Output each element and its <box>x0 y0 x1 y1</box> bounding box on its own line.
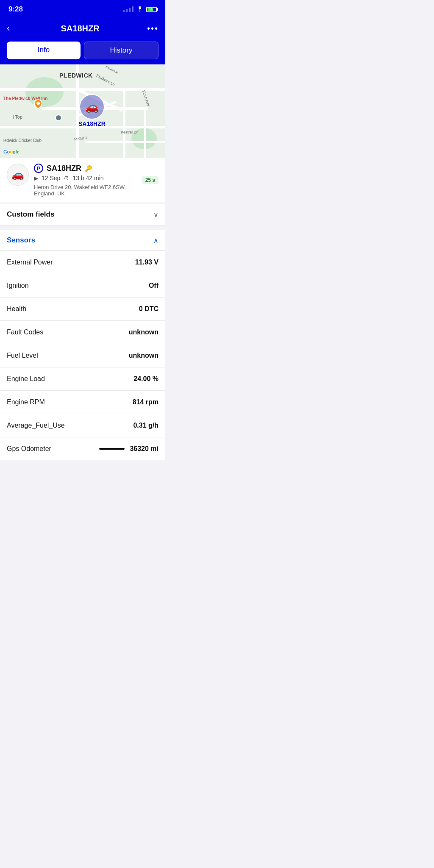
map-road-label-pledwick2: Pledwick <box>105 65 119 75</box>
map-cricket-label: ledwick Cricket Club <box>3 138 42 143</box>
sensor-row-avg-fuel: Average_Fuel_Use 0.31 g/h <box>0 414 165 437</box>
sensor-label-ignition: Ignition <box>7 282 29 289</box>
tab-info[interactable]: Info <box>7 42 81 59</box>
sensors-title: Sensors <box>7 236 35 245</box>
vehicle-avatar: 🚗 <box>7 164 29 186</box>
status-icons: ⚡ <box>123 6 157 13</box>
signal-icon <box>123 6 134 12</box>
sensors-chevron: ∧ <box>153 236 159 245</box>
odometer-right: 36320 mi <box>99 445 159 453</box>
map-green-area <box>25 77 64 107</box>
battery-icon: ⚡ <box>146 7 157 12</box>
key-icon: 🔑 <box>85 165 92 172</box>
sensor-label-external-power: External Power <box>7 259 53 266</box>
sensor-row-engine-load: Engine Load 24.00 % <box>0 367 165 391</box>
vehicle-card: 🚗 P SA18HZR 🔑 ▶ 12 Sep ⏱ 13 h 42 min Her… <box>0 158 165 203</box>
sensor-row-engine-rpm: Engine RPM 814 rpm <box>0 391 165 414</box>
sensor-row-ignition: Ignition Off <box>0 274 165 298</box>
more-button[interactable]: ••• <box>147 24 159 33</box>
vehicle-meta: ▶ 12 Sep ⏱ 13 h 42 min <box>34 175 137 181</box>
sensor-row-external-power: External Power 11.93 V <box>0 251 165 274</box>
sensor-label-fuel-level: Fuel Level <box>7 352 38 359</box>
tab-bar: Info History <box>0 42 165 64</box>
duration-badge: 25 s <box>142 176 159 184</box>
vehicle-name-row: P SA18HZR 🔑 <box>34 164 137 173</box>
google-logo: Google <box>3 149 19 154</box>
back-button[interactable]: ‹ <box>7 21 13 36</box>
map-road-v <box>144 107 146 158</box>
spacer <box>0 226 165 230</box>
custom-fields-title: Custom fields <box>7 210 54 219</box>
map-road-label-pledwick: Pledwick Ln <box>95 73 115 86</box>
sensor-label-odometer: Gps Odometer <box>7 445 51 453</box>
map-place-name: PLEDWICK <box>59 72 93 79</box>
sensor-row-odometer: Gps Odometer 36320 mi <box>0 437 165 460</box>
custom-fields-chevron: ∨ <box>153 211 159 219</box>
sensor-row-fault-codes: Fault Codes unknown <box>0 321 165 344</box>
sensor-label-avg-fuel: Average_Fuel_Use <box>7 422 65 429</box>
map-top-label: l Top <box>13 114 22 120</box>
sensor-label-fault-codes: Fault Codes <box>7 328 43 336</box>
parking-badge: P <box>34 164 43 173</box>
map-road-label-finch: Finch Ave <box>141 90 151 107</box>
header-title: SA18HZR <box>61 24 100 33</box>
wifi-icon <box>136 6 144 13</box>
sensor-value-fuel-level: unknown <box>129 352 159 359</box>
sensor-value-health: 0 DTC <box>139 305 159 313</box>
odometer-bar <box>99 448 125 450</box>
sensor-value-odometer: 36320 mi <box>130 445 159 453</box>
map-road-label-kestrel: Kestrel Dr <box>121 130 138 134</box>
tab-history[interactable]: History <box>84 42 159 59</box>
vehicle-date: 12 Sep <box>42 175 60 181</box>
sensor-label-engine-load: Engine Load <box>7 375 45 383</box>
sensors-section[interactable]: Sensors ∧ <box>0 230 165 251</box>
sensor-row-fuel-level: Fuel Level unknown <box>0 344 165 367</box>
header: ‹ SA18HZR ••• <box>0 17 165 42</box>
sensor-label-health: Health <box>7 305 26 313</box>
vehicle-duration: 13 h 42 min <box>72 175 103 181</box>
vehicle-info: P SA18HZR 🔑 ▶ 12 Sep ⏱ 13 h 42 min Heron… <box>34 164 137 197</box>
sensor-value-ignition: Off <box>149 282 159 289</box>
map-road-v <box>123 88 125 158</box>
location-pin <box>55 114 62 121</box>
sensor-row-health: Health 0 DTC <box>0 298 165 321</box>
vehicle-plate: SA18HZR <box>47 164 81 173</box>
status-time: 9:28 <box>8 5 23 14</box>
sensor-value-engine-rpm: 814 rpm <box>133 398 159 406</box>
sensor-value-fault-codes: unknown <box>129 328 159 336</box>
car-marker[interactable]: 🚗 SA18HZR <box>78 94 106 127</box>
sensor-value-engine-load: 24.00 % <box>134 375 159 383</box>
date-icon: ▶ <box>34 175 38 181</box>
clock-icon: ⏱ <box>64 175 69 181</box>
vehicle-address: Heron Drive 20, Wakefield WF2 6SW, Engla… <box>34 184 137 197</box>
sensor-value-external-power: 11.93 V <box>135 259 159 266</box>
status-bar: 9:28 ⚡ <box>0 0 165 17</box>
car-label-map: SA18HZR <box>78 120 106 127</box>
car-circle: 🚗 <box>79 94 105 120</box>
sensor-value-avg-fuel: 0.31 g/h <box>133 422 159 429</box>
sensor-label-engine-rpm: Engine RPM <box>7 398 45 406</box>
sensor-list: External Power 11.93 V Ignition Off Heal… <box>0 251 165 460</box>
custom-fields-section[interactable]: Custom fields ∨ <box>0 203 165 226</box>
map-view[interactable]: PLEDWICK The Pledwick Well Inn l Top led… <box>0 64 165 158</box>
